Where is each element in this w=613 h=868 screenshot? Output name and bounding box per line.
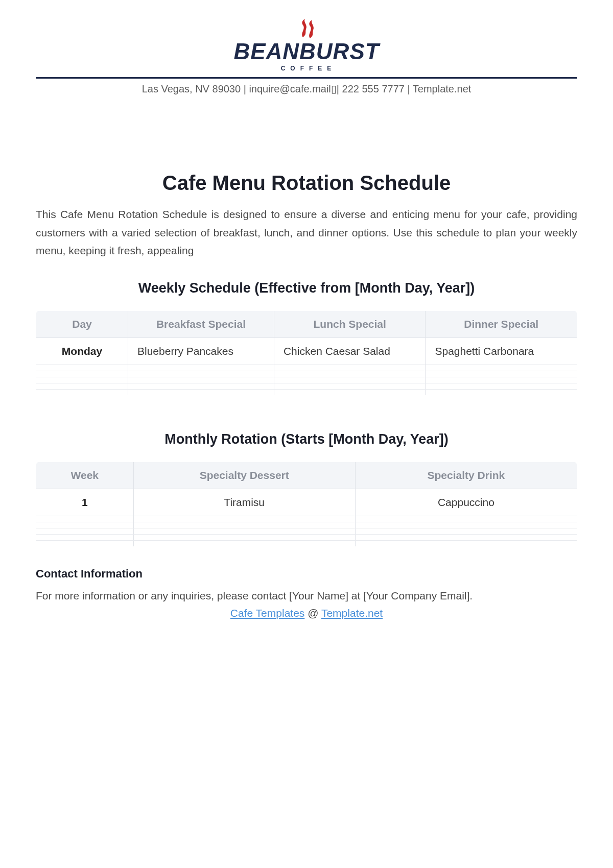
header-divider — [36, 77, 577, 79]
brand-name: BEANBURST — [36, 40, 577, 63]
table-row-empty — [36, 390, 577, 396]
link-template-net[interactable]: Template.net — [321, 607, 383, 619]
col-breakfast: Breakfast Special — [128, 311, 274, 338]
table-row: 1 Tiramisu Cappuccino — [36, 489, 577, 516]
col-dessert: Specialty Dessert — [133, 462, 355, 489]
steam-icon — [295, 18, 318, 41]
contact-heading: Contact Information — [36, 567, 577, 581]
page-title: Cafe Menu Rotation Schedule — [36, 172, 577, 195]
table-row-empty — [36, 541, 577, 547]
table-row-empty — [36, 383, 577, 390]
cell-drink: Cappuccino — [355, 489, 577, 516]
table-header-row: Day Breakfast Special Lunch Special Dinn… — [36, 311, 577, 338]
monthly-heading: Monthly Rotation (Starts [Month Day, Yea… — [36, 431, 577, 447]
contact-text: For more information or any inquiries, p… — [36, 590, 577, 602]
table-row-empty — [36, 516, 577, 522]
footer-links: Cafe Templates @ Template.net — [36, 607, 577, 619]
col-lunch: Lunch Special — [274, 311, 426, 338]
header-contact-line: Las Vegas, NV 89030 | inquire@cafe.mail▯… — [36, 83, 577, 95]
cell-dinner: Spaghetti Carbonara — [426, 338, 577, 365]
col-day: Day — [36, 311, 128, 338]
link-cafe-templates[interactable]: Cafe Templates — [230, 607, 305, 619]
col-week: Week — [36, 462, 134, 489]
weekly-heading: Weekly Schedule (Effective from [Month D… — [36, 280, 577, 296]
footer-sep: @ — [304, 607, 321, 619]
brand-logo: BEANBURST COFFEE — [36, 15, 577, 72]
cell-day: Monday — [36, 338, 128, 365]
weekly-table: Day Breakfast Special Lunch Special Dinn… — [36, 310, 577, 396]
col-dinner: Dinner Special — [426, 311, 577, 338]
cell-dessert: Tiramisu — [133, 489, 355, 516]
cell-lunch: Chicken Caesar Salad — [274, 338, 426, 365]
table-row-empty — [36, 535, 577, 541]
col-drink: Specialty Drink — [355, 462, 577, 489]
cell-breakfast: Blueberry Pancakes — [128, 338, 274, 365]
brand-tagline: COFFEE — [40, 65, 577, 72]
table-row-empty — [36, 377, 577, 383]
cell-week: 1 — [36, 489, 134, 516]
table-row-empty — [36, 371, 577, 377]
table-row-empty — [36, 522, 577, 528]
intro-paragraph: This Cafe Menu Rotation Schedule is desi… — [36, 205, 577, 260]
monthly-table: Week Specialty Dessert Specialty Drink 1… — [36, 462, 577, 547]
table-header-row: Week Specialty Dessert Specialty Drink — [36, 462, 577, 489]
table-row: Monday Blueberry Pancakes Chicken Caesar… — [36, 338, 577, 365]
table-row-empty — [36, 528, 577, 535]
table-row-empty — [36, 365, 577, 371]
